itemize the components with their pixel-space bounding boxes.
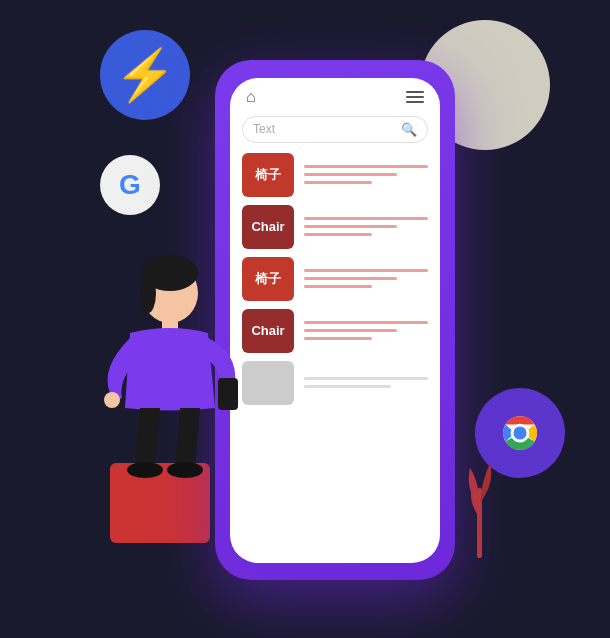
line-decoration <box>304 329 397 332</box>
line-decoration <box>304 181 372 184</box>
svg-point-6 <box>140 273 156 313</box>
search-placeholder: Text <box>253 122 401 136</box>
line-decoration <box>304 321 428 324</box>
chrome-icon <box>490 403 550 463</box>
phone-status-bar: ⌂ <box>230 78 440 112</box>
search-bar[interactable]: Text 🔍 <box>242 116 428 143</box>
item-lines-5 <box>304 377 428 388</box>
list-item[interactable]: Chair <box>242 309 428 353</box>
svg-point-10 <box>167 462 203 478</box>
phone-mockup: ⌂ Text 🔍 椅子 Chair <box>215 60 455 580</box>
item-badge-gray <box>242 361 294 405</box>
list-item[interactable] <box>242 361 428 405</box>
line-decoration <box>304 385 391 388</box>
svg-rect-8 <box>218 378 238 410</box>
phone-screen: ⌂ Text 🔍 椅子 Chair <box>230 78 440 563</box>
item-lines-2 <box>304 217 428 236</box>
person-illustration <box>60 238 240 538</box>
home-icon: ⌂ <box>246 88 256 106</box>
hamburger-menu-icon[interactable] <box>406 91 424 103</box>
item-badge-chair-1: Chair <box>242 205 294 249</box>
item-lines-1 <box>304 165 428 184</box>
line-decoration <box>304 285 372 288</box>
item-lines-4 <box>304 321 428 340</box>
list-item[interactable]: 椅子 <box>242 153 428 197</box>
line-decoration <box>304 269 428 272</box>
line-decoration <box>304 217 428 220</box>
list-item[interactable]: Chair <box>242 205 428 249</box>
svg-point-11 <box>104 392 120 408</box>
item-badge-chair-2: Chair <box>242 309 294 353</box>
svg-point-2 <box>513 426 526 439</box>
item-badge-kanji-1: 椅子 <box>242 153 294 197</box>
line-decoration <box>304 233 372 236</box>
line-decoration <box>304 225 397 228</box>
item-badge-kanji-2: 椅子 <box>242 257 294 301</box>
line-decoration <box>304 173 397 176</box>
google-icon: G <box>119 169 141 201</box>
line-decoration <box>304 165 428 168</box>
item-lines-3 <box>304 269 428 288</box>
lightning-icon: ⚡ <box>114 46 176 104</box>
list-item[interactable]: 椅子 <box>242 257 428 301</box>
line-decoration <box>304 277 397 280</box>
search-icon: 🔍 <box>401 122 417 137</box>
plant-decoration <box>460 458 500 558</box>
line-decoration <box>304 377 428 380</box>
svg-point-9 <box>127 462 163 478</box>
vocabulary-list: 椅子 Chair 椅子 <box>230 153 440 563</box>
line-decoration <box>304 337 372 340</box>
lightning-badge: ⚡ <box>100 30 190 120</box>
google-badge: G <box>100 155 160 215</box>
